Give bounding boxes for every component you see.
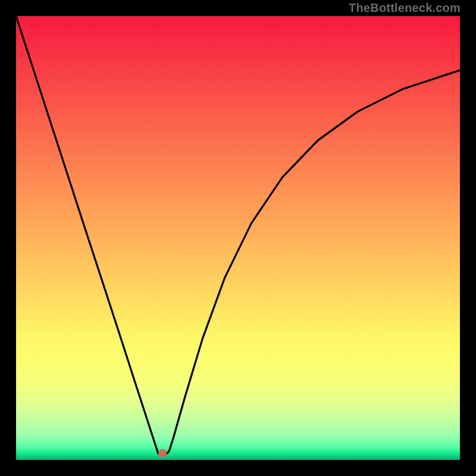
plot-area xyxy=(16,16,460,460)
gradient-background xyxy=(16,16,460,460)
chart-svg xyxy=(16,16,460,460)
optimal-point-marker xyxy=(158,449,167,458)
chart-frame: TheBottleneck.com xyxy=(0,0,476,476)
watermark-text: TheBottleneck.com xyxy=(349,1,461,15)
